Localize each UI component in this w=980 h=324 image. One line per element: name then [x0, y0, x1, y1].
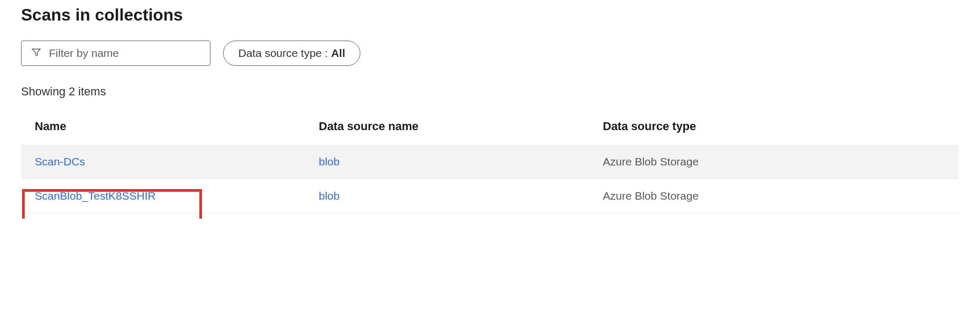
filter-input-wrap[interactable] — [21, 41, 210, 66]
scans-table: Name Data source name Data source type S… — [21, 120, 959, 213]
scan-name-link[interactable]: Scan-DCs — [35, 155, 319, 168]
column-header-name[interactable]: Name — [35, 120, 319, 133]
controls-row: Data source type : All — [21, 41, 959, 66]
table-row[interactable]: ScanBlob_TestK8SSHIRblobAzure Blob Stora… — [21, 179, 959, 213]
table-row[interactable]: Scan-DCsblobAzure Blob Storage — [21, 145, 959, 179]
item-count-text: Showing 2 items — [21, 85, 959, 99]
data-source-name-link[interactable]: blob — [319, 190, 603, 202]
column-header-data-source-type[interactable]: Data source type — [603, 120, 945, 133]
data-source-type-filter[interactable]: Data source type : All — [223, 41, 360, 66]
pill-value: All — [331, 47, 345, 60]
filter-input[interactable] — [49, 47, 200, 60]
data-source-name-link[interactable]: blob — [319, 155, 603, 168]
pill-label: Data source type : — [238, 47, 328, 60]
table-header: Name Data source name Data source type — [21, 120, 959, 145]
data-source-type-text: Azure Blob Storage — [603, 155, 945, 168]
page-title: Scans in collections — [21, 5, 959, 25]
scan-name-link[interactable]: ScanBlob_TestK8SSHIR — [35, 190, 319, 202]
column-header-data-source-name[interactable]: Data source name — [319, 120, 603, 133]
filter-icon — [31, 47, 42, 60]
data-source-type-text: Azure Blob Storage — [603, 190, 945, 202]
table-wrapper: Name Data source name Data source type S… — [21, 120, 959, 213]
